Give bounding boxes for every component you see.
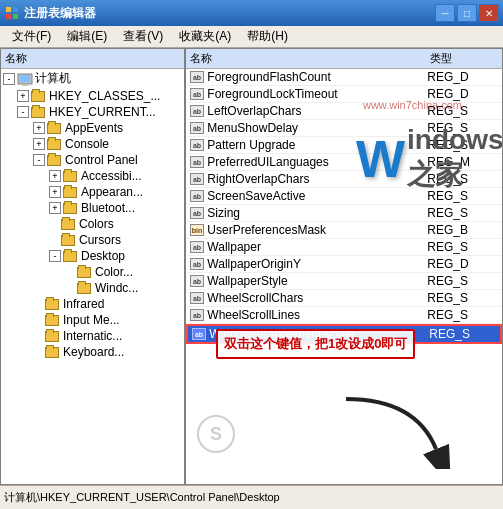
svg-rect-0 — [6, 7, 11, 12]
tree-item-colors[interactable]: Colors — [1, 216, 184, 232]
close-button[interactable]: ✕ — [479, 4, 499, 22]
reg-name: ForegroundLockTimeout — [207, 87, 427, 101]
tree-item-desktop-colors[interactable]: Color... — [1, 264, 184, 280]
tree-item-international[interactable]: Internatic... — [1, 328, 184, 344]
reg-type: REG_S — [429, 327, 496, 341]
menu-bar: 文件(F) 编辑(E) 查看(V) 收藏夹(A) 帮助(H) — [0, 26, 503, 48]
tree-item-desktop-windc[interactable]: Windc... — [1, 280, 184, 296]
reg-row[interactable]: ab RightOverlapChars REG_S — [186, 171, 502, 188]
svg-point-8 — [198, 416, 234, 452]
col-header-name: 名称 — [190, 51, 430, 66]
reg-icon: ab — [190, 156, 204, 168]
tree-label: Bluetoot... — [81, 201, 135, 215]
folder-icon — [63, 171, 77, 182]
reg-name: WallpaperStyle — [207, 274, 427, 288]
reg-row[interactable]: ab MenuShowDelay REG_S — [186, 120, 502, 137]
reg-name: WheelScrollLines — [207, 308, 427, 322]
tree-item-infrared[interactable]: Infrared — [1, 296, 184, 312]
tree-label: Input Me... — [63, 313, 120, 327]
reg-row[interactable]: ab ScreenSaveActive REG_S — [186, 188, 502, 205]
folder-icon — [77, 283, 91, 294]
menu-view[interactable]: 查看(V) — [115, 26, 171, 47]
reg-row[interactable]: ab WheelScrollChars REG_S — [186, 290, 502, 307]
tree-item-desktop[interactable]: - Desktop — [1, 248, 184, 264]
folder-icon — [45, 331, 59, 342]
registry-list[interactable]: ab ForegroundFlashCount REG_D ab Foregro… — [186, 69, 502, 484]
tree-item-computer[interactable]: - 计算机 — [1, 69, 184, 88]
expand-icon[interactable]: + — [49, 170, 61, 182]
tree-label: Internatic... — [63, 329, 122, 343]
expand-icon[interactable]: - — [17, 106, 29, 118]
tree-item-appevents[interactable]: + AppEvents — [1, 120, 184, 136]
reg-name-active: WindowArrangementActive — [209, 327, 429, 341]
reg-icon: ab — [190, 88, 204, 100]
reg-row-selected[interactable]: ab WindowArrangementActive REG_S — [186, 324, 502, 344]
reg-row[interactable]: ab PreferredUILanguages REG_M — [186, 154, 502, 171]
folder-icon — [47, 139, 61, 150]
reg-icon: ab — [190, 258, 204, 270]
reg-row[interactable]: bin UserPreferencesMask REG_B — [186, 222, 502, 239]
reg-row[interactable]: ab ForegroundLockTimeout REG_D — [186, 86, 502, 103]
tree-item-controlpanel[interactable]: - Control Panel — [1, 152, 184, 168]
reg-row[interactable]: ab WheelScrollLines REG_S — [186, 307, 502, 324]
reg-name: RightOverlapChars — [207, 172, 427, 186]
reg-name: Sizing — [207, 206, 427, 220]
reg-row[interactable]: ab ForegroundFlashCount REG_D — [186, 69, 502, 86]
minimize-button[interactable]: ─ — [435, 4, 455, 22]
tree-item-accessibility[interactable]: + Accessibi... — [1, 168, 184, 184]
expand-icon[interactable]: + — [49, 186, 61, 198]
tree-item-cursors[interactable]: Cursors — [1, 232, 184, 248]
reg-icon: ab — [190, 309, 204, 321]
tree-item-hkcu[interactable]: - HKEY_CURRENT... — [1, 104, 184, 120]
expand-icon[interactable]: + — [17, 90, 29, 102]
reg-name: WallpaperOriginY — [207, 257, 427, 271]
app-icon — [4, 5, 20, 21]
expand-icon[interactable]: - — [49, 250, 61, 262]
menu-edit[interactable]: 编辑(E) — [59, 26, 115, 47]
tree-item-appearance[interactable]: + Appearan... — [1, 184, 184, 200]
expand-icon[interactable]: - — [33, 154, 45, 166]
menu-favorites[interactable]: 收藏夹(A) — [171, 26, 239, 47]
tree-label: Windc... — [95, 281, 138, 295]
reg-icon: ab — [190, 190, 204, 202]
tree-label: Appearan... — [81, 185, 143, 199]
tree-item-inputmethod[interactable]: Input Me... — [1, 312, 184, 328]
reg-row[interactable]: ab WallpaperOriginY REG_D — [186, 256, 502, 273]
tree-item-bluetooth[interactable]: + Bluetoot... — [1, 200, 184, 216]
reg-row[interactable]: ab Wallpaper REG_S — [186, 239, 502, 256]
reg-type: REG_S — [427, 274, 498, 288]
reg-type: REG_D — [427, 70, 498, 84]
expand-icon[interactable]: - — [3, 73, 15, 85]
tree-label: Desktop — [81, 249, 125, 263]
reg-row[interactable]: ab Pattern Upgrade REG_S — [186, 137, 502, 154]
tree-content[interactable]: - 计算机 + HKEY_CLASSES_... - HKEY_CURRENT.… — [1, 69, 184, 484]
tree-label: 计算机 — [35, 70, 71, 87]
reg-icon: bin — [190, 224, 204, 236]
reg-icon: ab — [190, 173, 204, 185]
tree-item-hkcr[interactable]: + HKEY_CLASSES_... — [1, 88, 184, 104]
folder-icon — [45, 347, 59, 358]
window-controls: ─ □ ✕ — [435, 4, 499, 22]
expand-icon[interactable]: + — [33, 122, 45, 134]
reg-row[interactable]: ab LeftOverlapChars REG_S — [186, 103, 502, 120]
reg-icon: ab — [190, 275, 204, 287]
reg-type: REG_B — [427, 223, 498, 237]
folder-icon — [45, 299, 59, 310]
tree-label: AppEvents — [65, 121, 123, 135]
reg-type: REG_S — [427, 121, 498, 135]
tree-item-console[interactable]: + Console — [1, 136, 184, 152]
svg-rect-2 — [6, 14, 11, 19]
expand-icon[interactable]: + — [33, 138, 45, 150]
reg-type: REG_S — [427, 172, 498, 186]
tree-item-keyboard[interactable]: Keyboard... — [1, 344, 184, 360]
folder-icon — [45, 315, 59, 326]
reg-type: REG_S — [427, 138, 498, 152]
reg-row[interactable]: ab WallpaperStyle REG_S — [186, 273, 502, 290]
menu-help[interactable]: 帮助(H) — [239, 26, 296, 47]
tree-label: HKEY_CURRENT... — [49, 105, 156, 119]
menu-file[interactable]: 文件(F) — [4, 26, 59, 47]
reg-row[interactable]: ab Sizing REG_S — [186, 205, 502, 222]
tree-label: Cursors — [79, 233, 121, 247]
expand-icon[interactable]: + — [49, 202, 61, 214]
maximize-button[interactable]: □ — [457, 4, 477, 22]
